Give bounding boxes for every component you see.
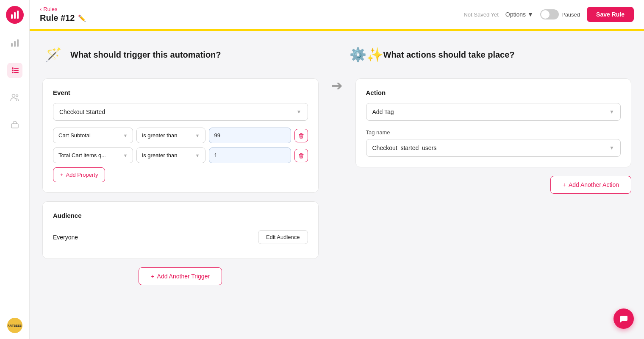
- filter-value-input-1[interactable]: [209, 128, 291, 143]
- event-select[interactable]: Checkout Started ▼: [53, 103, 308, 121]
- back-label: Rules: [43, 6, 57, 12]
- arrow-icon: ➔: [331, 78, 343, 94]
- back-chevron-icon: ‹: [40, 6, 42, 12]
- audience-value: Everyone: [53, 234, 78, 241]
- filter-property-chevron-1: ▼: [123, 133, 128, 138]
- sidebar-item-products[interactable]: [7, 117, 22, 132]
- not-saved-label: Not Saved Yet: [464, 11, 498, 18]
- tag-name-value: Checkout_started_users: [372, 144, 437, 151]
- svg-point-7: [12, 69, 14, 71]
- svg-rect-3: [11, 43, 13, 47]
- sidebar: ARTBEES: [0, 0, 30, 339]
- action-icon: ⚙️✨: [355, 44, 378, 66]
- add-property-label: Add Property: [66, 172, 98, 178]
- sidebar-item-people[interactable]: [7, 90, 22, 105]
- filter-property-1: Cart Subtotal: [58, 132, 91, 139]
- add-action-label: Add Another Action: [569, 181, 619, 188]
- event-label: Event: [53, 89, 308, 96]
- filter-operator-chevron-1: ▼: [195, 133, 200, 138]
- svg-point-6: [12, 67, 14, 69]
- topbar-left: ‹ Rules Rule #12 ✏️: [40, 6, 86, 23]
- filter-property-2: Total Cart items q...: [58, 152, 106, 158]
- sidebar-item-analytics[interactable]: [7, 36, 22, 51]
- event-chevron-icon: ▼: [297, 109, 302, 115]
- audience-card: Audience Everyone Edit Audience: [42, 201, 319, 259]
- action-select[interactable]: Add Tag ▼: [366, 103, 621, 121]
- action-label: Action: [366, 89, 621, 96]
- arrow-wrap: ➔: [331, 44, 343, 326]
- add-trigger-wrap: + Add Another Trigger: [42, 267, 319, 285]
- trigger-panel: 🪄 What should trigger this automation? E…: [42, 44, 319, 326]
- options-button[interactable]: Options ▼: [505, 11, 533, 18]
- avatar-label: ARTBEES: [8, 324, 22, 327]
- svg-point-8: [12, 72, 14, 73]
- options-label: Options: [505, 11, 526, 18]
- topbar-right: Not Saved Yet Options ▼ Paused Save Rule: [464, 7, 634, 22]
- edit-icon[interactable]: ✏️: [78, 14, 86, 22]
- event-card: Event Checkout Started ▼ Cart Subtotal ▼…: [42, 78, 319, 193]
- trigger-icon: 🪄: [42, 44, 64, 66]
- event-value: Checkout Started: [59, 108, 105, 115]
- action-section-header: ⚙️✨ What actions should take place?: [355, 44, 632, 66]
- add-trigger-plus-icon: +: [151, 273, 154, 280]
- filter-row-1: Cart Subtotal ▼ is greater than ▼: [53, 128, 308, 143]
- options-chevron-icon: ▼: [527, 11, 533, 18]
- back-link[interactable]: ‹ Rules: [40, 6, 86, 12]
- audience-title: Audience: [53, 212, 308, 219]
- svg-rect-2: [17, 11, 19, 19]
- chat-button[interactable]: [613, 308, 634, 329]
- filter-delete-2[interactable]: [294, 149, 308, 162]
- filter-row-2: Total Cart items q... ▼ is greater than …: [53, 147, 308, 163]
- svg-rect-4: [14, 41, 16, 47]
- tag-name-select[interactable]: Checkout_started_users ▼: [366, 139, 621, 157]
- tag-name-chevron-icon: ▼: [609, 145, 614, 151]
- filter-operator-select-1[interactable]: is greater than ▼: [136, 128, 205, 143]
- add-trigger-label: Add Another Trigger: [157, 273, 210, 280]
- avatar[interactable]: ARTBEES: [7, 318, 22, 333]
- trigger-section-header: 🪄 What should trigger this automation?: [42, 44, 319, 66]
- rule-title: Rule #12: [40, 13, 75, 23]
- filter-value-input-2[interactable]: [209, 147, 291, 163]
- filter-operator-chevron-2: ▼: [195, 153, 200, 158]
- filter-delete-1[interactable]: [294, 129, 308, 142]
- pause-toggle[interactable]: [540, 9, 559, 19]
- toggle-knob: [541, 10, 550, 19]
- filter-operator-select-2[interactable]: is greater than ▼: [136, 147, 205, 163]
- toggle-label: Paused: [561, 11, 580, 18]
- sidebar-bottom: ARTBEES: [7, 318, 22, 333]
- action-section-title: What actions should take place?: [383, 50, 515, 60]
- pause-toggle-wrap: Paused: [540, 9, 580, 19]
- content-area: 🪄 What should trigger this automation? E…: [30, 31, 644, 339]
- add-action-plus-icon: +: [563, 181, 566, 188]
- add-action-wrap: + Add Another Action: [355, 176, 632, 194]
- action-value: Add Tag: [372, 108, 394, 115]
- add-property-button[interactable]: + Add Property: [53, 167, 105, 182]
- filter-property-select-2[interactable]: Total Cart items q... ▼: [53, 147, 133, 163]
- sidebar-item-rules[interactable]: [7, 63, 22, 78]
- filter-operator-2: is greater than: [142, 152, 177, 158]
- filter-property-chevron-2: ▼: [123, 153, 128, 158]
- svg-point-12: [12, 94, 15, 97]
- add-trigger-button[interactable]: + Add Another Trigger: [139, 267, 222, 285]
- app-logo[interactable]: [6, 6, 24, 24]
- filter-operator-1: is greater than: [142, 132, 177, 139]
- trigger-section-title: What should trigger this automation?: [70, 50, 221, 60]
- topbar: ‹ Rules Rule #12 ✏️ Not Saved Yet Option…: [30, 0, 644, 29]
- svg-rect-1: [14, 12, 16, 19]
- audience-row: Everyone Edit Audience: [53, 226, 308, 248]
- action-panel: ⚙️✨ What actions should take place? Acti…: [355, 44, 632, 326]
- action-chevron-icon: ▼: [609, 109, 614, 115]
- add-property-plus-icon: +: [60, 172, 64, 178]
- svg-rect-14: [11, 124, 18, 128]
- svg-rect-5: [17, 39, 19, 47]
- edit-audience-button[interactable]: Edit Audience: [258, 230, 308, 244]
- save-rule-button[interactable]: Save Rule: [587, 7, 634, 22]
- tag-name-label: Tag name: [366, 129, 621, 136]
- svg-point-13: [16, 95, 18, 97]
- filter-property-select-1[interactable]: Cart Subtotal ▼: [53, 128, 133, 143]
- rule-title-wrap: Rule #12 ✏️: [40, 13, 86, 23]
- svg-rect-0: [11, 14, 13, 19]
- add-action-button[interactable]: + Add Another Action: [550, 176, 631, 194]
- main-content: ‹ Rules Rule #12 ✏️ Not Saved Yet Option…: [30, 0, 644, 339]
- action-card: Action Add Tag ▼ Tag name Checkout_start…: [355, 78, 632, 167]
